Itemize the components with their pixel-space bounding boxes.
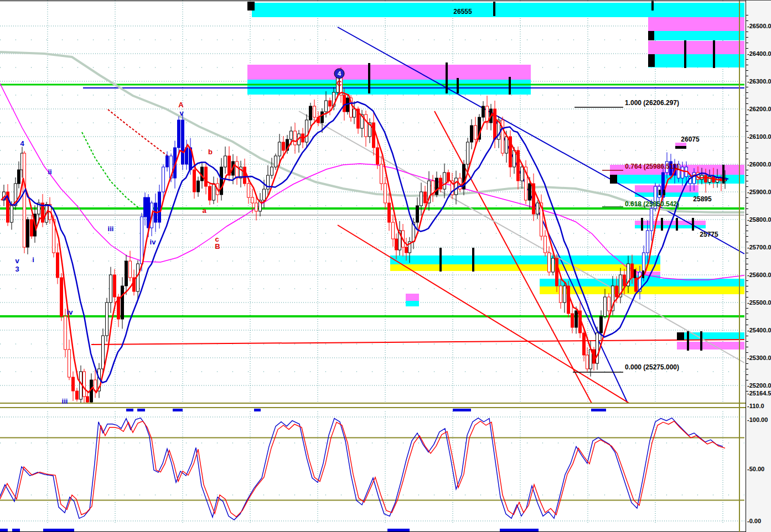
candle-body xyxy=(596,333,599,363)
price-axis-label: -26000.0 xyxy=(747,161,771,168)
price-axis-minor-tick xyxy=(746,319,748,320)
candle-body xyxy=(86,397,89,402)
volume-mark xyxy=(648,31,654,40)
price-axis-minor-tick xyxy=(746,236,748,237)
price-axis-minor-tick xyxy=(746,280,748,281)
signal-bar[interactable] xyxy=(453,409,471,411)
candle-body xyxy=(681,167,684,178)
candle-body xyxy=(205,167,208,186)
stochastic-panel[interactable] xyxy=(0,403,746,532)
candle-body xyxy=(30,220,33,236)
candle-body xyxy=(343,95,346,112)
osc-axis-label: -0.00 xyxy=(747,518,761,524)
signal-bar[interactable] xyxy=(591,409,606,411)
candle-body xyxy=(467,142,469,164)
price-axis-minor-tick xyxy=(746,20,748,21)
candle-body xyxy=(193,170,196,192)
candle-body xyxy=(64,316,67,350)
price-axis-minor-tick xyxy=(746,197,748,198)
candle-body xyxy=(380,164,383,184)
candle-body xyxy=(11,206,13,222)
candle-body xyxy=(290,131,293,139)
price-axis-label: -26200.0 xyxy=(747,106,771,112)
zone-band xyxy=(247,65,531,80)
price-axis-minor-tick xyxy=(746,225,748,226)
price-axis-minor-tick xyxy=(746,374,748,375)
price-chart-pane[interactable] xyxy=(0,1,746,403)
price-axis-minor-tick xyxy=(746,314,748,314)
signal-bar[interactable] xyxy=(137,409,145,411)
chart-window: -26500.0-26400.0-26300.0-26200.0-26100.0… xyxy=(0,0,771,532)
zone-band xyxy=(390,255,660,264)
volume-mark xyxy=(648,54,655,67)
candle-body xyxy=(251,197,254,203)
candle-body xyxy=(329,101,332,106)
price-axis-minor-tick xyxy=(746,98,748,98)
candle-body xyxy=(325,101,328,112)
candle-body xyxy=(563,286,566,302)
candle-body xyxy=(220,167,223,195)
candle-body xyxy=(615,286,618,297)
price-axis-label: -25400.0 xyxy=(747,327,771,333)
candle-body xyxy=(646,231,649,253)
candle-body xyxy=(83,372,86,397)
candle-body xyxy=(443,173,446,189)
candle-body xyxy=(313,106,316,117)
candle-body xyxy=(125,261,128,286)
candle-body xyxy=(27,220,29,247)
price-axis-minor-tick xyxy=(746,291,748,292)
price-axis-minor-tick xyxy=(746,203,748,204)
candle-body xyxy=(677,164,680,178)
price-axis-minor-tick xyxy=(746,269,748,270)
volume-mark xyxy=(610,175,617,184)
candle-body xyxy=(271,167,273,175)
zone-band xyxy=(635,192,698,197)
candle-body xyxy=(470,126,473,142)
price-axis-label: -25500.0 xyxy=(747,299,771,306)
price-axis-minor-tick xyxy=(746,114,748,115)
price-axis-label: -26500.0 xyxy=(747,23,771,29)
price-axis-minor-tick xyxy=(746,170,748,170)
candle-body xyxy=(521,167,524,181)
signal-bar[interactable] xyxy=(254,409,261,411)
candle-body xyxy=(575,311,578,327)
oscillator-axis[interactable]: -110.0 -100.00 -50.00 -0.00 xyxy=(746,403,771,532)
candle-body xyxy=(275,156,277,167)
stochastic-k-line xyxy=(0,421,725,517)
candle-body xyxy=(244,167,246,184)
candle-body xyxy=(224,156,227,167)
candle-body xyxy=(384,184,387,203)
candle-body xyxy=(213,184,215,200)
candle-body xyxy=(68,350,71,377)
price-axis-label: -25600.0 xyxy=(747,272,771,278)
candle-body xyxy=(424,192,427,203)
candle-body xyxy=(144,197,147,217)
price-axis-minor-tick xyxy=(746,231,748,231)
candle-body xyxy=(18,170,20,184)
zone-band xyxy=(648,41,744,54)
candle-body xyxy=(166,156,169,167)
candle-body xyxy=(536,203,539,214)
candle-body xyxy=(392,222,395,239)
price-axis-minor-tick xyxy=(746,186,748,187)
candle-body xyxy=(474,126,477,139)
price-axis-minor-tick xyxy=(746,352,748,353)
price-axis-minor-tick xyxy=(746,391,748,392)
price-axis-minor-tick xyxy=(746,264,748,264)
zone-band xyxy=(648,54,744,67)
candle-body xyxy=(583,333,586,355)
signal-bar[interactable] xyxy=(126,409,133,411)
price-axis-minor-tick xyxy=(746,103,748,104)
candle-body xyxy=(552,258,555,272)
signal-bar[interactable] xyxy=(173,409,183,411)
candle-body xyxy=(197,181,200,192)
candles-group xyxy=(3,67,727,403)
price-axis-minor-tick xyxy=(746,258,748,259)
candle-body xyxy=(209,186,211,200)
candle-body xyxy=(705,175,707,182)
price-axis[interactable]: -26500.0-26400.0-26300.0-26200.0-26100.0… xyxy=(746,1,771,403)
trendline xyxy=(299,111,744,363)
price-axis-minor-tick xyxy=(746,15,748,15)
price-axis-minor-tick xyxy=(746,131,748,132)
price-axis-minor-tick xyxy=(746,70,748,71)
